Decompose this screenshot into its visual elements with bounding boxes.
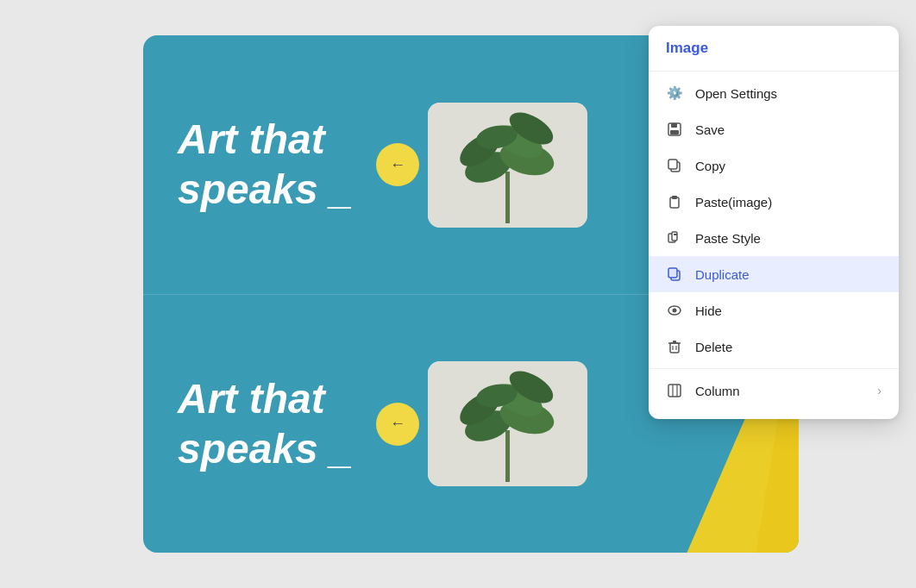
- plant-image-top: [428, 103, 587, 228]
- svg-rect-29: [674, 234, 677, 235]
- menu-item-paste-image[interactable]: Paste(image): [649, 184, 899, 220]
- plant-image-bottom: [428, 361, 587, 486]
- paste-image-label: Paste(image): [695, 195, 881, 210]
- art-text-line2-bottom: speaks _: [178, 426, 353, 472]
- art-text-bottom: Art that speaks _: [178, 374, 367, 473]
- art-text-line1-top: Art that: [178, 116, 325, 162]
- column-label: Column: [695, 384, 865, 398]
- menu-divider-bottom: [649, 368, 899, 369]
- svg-rect-24: [668, 160, 677, 169]
- context-menu: Image ⚙️ Open Settings Save: [649, 26, 899, 419]
- art-text-line2-top: speaks _: [178, 166, 353, 212]
- art-text-line1-bottom: Art that: [178, 376, 325, 422]
- plant-svg-top: [428, 103, 587, 228]
- open-settings-label: Open Settings: [695, 86, 881, 101]
- art-text-top: Art that speaks _: [178, 115, 367, 214]
- menu-item-open-settings[interactable]: ⚙️ Open Settings: [649, 75, 899, 111]
- copy-label: Copy: [695, 159, 881, 173]
- delete-label: Delete: [695, 340, 881, 354]
- scene: Art that speaks _ ←: [0, 0, 916, 588]
- duplicate-label: Duplicate: [695, 267, 881, 282]
- menu-divider-top: [649, 71, 899, 72]
- menu-item-column[interactable]: Column ›: [649, 372, 899, 409]
- menu-item-duplicate[interactable]: Duplicate: [649, 256, 899, 292]
- menu-item-copy[interactable]: Copy: [649, 147, 899, 184]
- svg-rect-21: [671, 123, 677, 128]
- svg-rect-1: [505, 172, 510, 223]
- gear-icon: ⚙️: [666, 84, 683, 102]
- chevron-right-icon: ›: [877, 384, 881, 397]
- delete-icon: [666, 338, 683, 355]
- arrow-circle-top[interactable]: ←: [376, 143, 419, 186]
- save-label: Save: [695, 122, 881, 137]
- plant-svg-bottom: [428, 361, 587, 486]
- menu-item-paste-style[interactable]: Paste Style: [649, 220, 899, 256]
- paste-style-label: Paste Style: [695, 231, 881, 246]
- svg-rect-39: [668, 385, 681, 397]
- hide-label: Hide: [695, 303, 881, 318]
- svg-rect-31: [668, 268, 677, 278]
- svg-rect-34: [670, 343, 679, 353]
- svg-rect-28: [672, 232, 677, 241]
- svg-rect-22: [670, 130, 679, 134]
- arrow-icon-bottom: ←: [390, 415, 405, 433]
- paste-icon: [666, 193, 683, 210]
- menu-item-hide[interactable]: Hide: [649, 292, 899, 328]
- copy-icon: [666, 157, 683, 174]
- save-icon: [666, 121, 683, 138]
- menu-item-delete[interactable]: Delete: [649, 328, 899, 365]
- duplicate-icon: [666, 266, 683, 283]
- svg-point-33: [673, 309, 677, 313]
- column-icon: [666, 382, 683, 399]
- svg-rect-36: [673, 341, 676, 343]
- paste-style-icon: [666, 229, 683, 247]
- hide-icon: [666, 302, 683, 319]
- arrow-icon-top: ←: [390, 156, 405, 174]
- arrow-circle-bottom[interactable]: ←: [376, 403, 419, 446]
- svg-rect-26: [672, 196, 677, 199]
- svg-rect-11: [505, 430, 510, 482]
- menu-item-save[interactable]: Save: [649, 111, 899, 147]
- menu-title: Image: [649, 36, 899, 67]
